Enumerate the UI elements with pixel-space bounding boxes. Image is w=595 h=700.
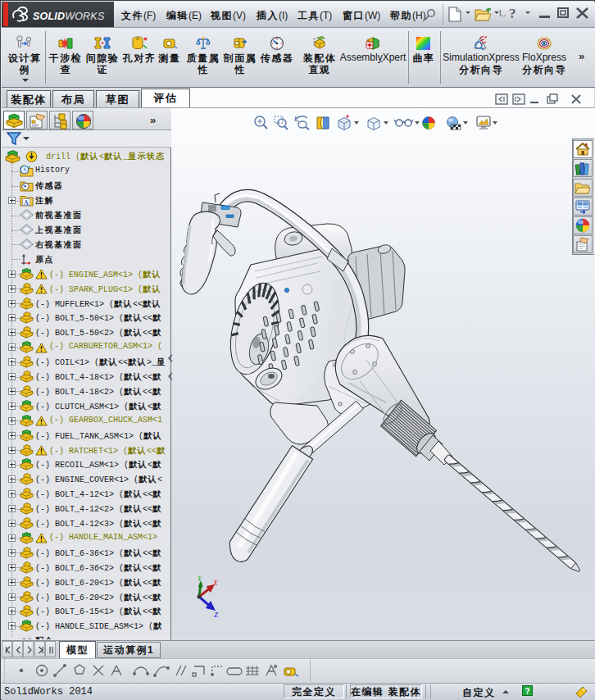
svg-text:Y: Y xyxy=(198,575,202,583)
svg-text:Z: Z xyxy=(214,611,219,619)
svg-text:X: X xyxy=(212,579,218,587)
svg-text:A: A xyxy=(24,199,29,207)
